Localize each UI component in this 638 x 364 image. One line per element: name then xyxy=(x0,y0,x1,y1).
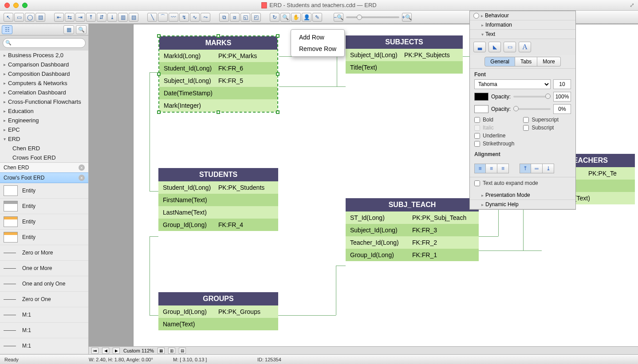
line-tool[interactable]: ╲ xyxy=(147,13,157,22)
valign-top-button[interactable]: ⤒ xyxy=(520,164,531,173)
rp-tab-general[interactable]: General xyxy=(484,57,515,67)
font-icon[interactable]: A xyxy=(519,42,531,52)
user-tool[interactable]: 👤 xyxy=(302,13,311,22)
text-tool[interactable]: ▤ xyxy=(35,13,45,22)
ctx-add-row[interactable]: Add Row xyxy=(291,31,344,43)
stencil-item[interactable]: One or More xyxy=(0,261,88,276)
tree-item[interactable]: ▸Composition Dashboard xyxy=(0,69,88,78)
sidebar-tab-search[interactable]: 🔍 xyxy=(76,25,87,34)
sidebar-tab-tree[interactable]: ☷ xyxy=(2,25,12,34)
zoom-window-button[interactable] xyxy=(22,3,28,8)
tree-child[interactable]: Chen ERD xyxy=(0,144,88,153)
check-subscript[interactable]: Subscript xyxy=(523,125,559,131)
align-left-tool[interactable]: ⇤ xyxy=(54,13,64,22)
rp-section-dynamic[interactable]: ▸Dynamic Help xyxy=(470,200,575,209)
distribute-h-tool[interactable]: ▥ xyxy=(118,13,128,22)
stencil-item[interactable]: M:1 xyxy=(0,323,88,338)
font-size-input[interactable] xyxy=(553,79,571,89)
close-icon[interactable]: × xyxy=(79,175,85,181)
color-swatch-black[interactable] xyxy=(474,93,488,101)
view-mode-icon[interactable]: ▦ xyxy=(158,348,165,354)
rotate-tool[interactable]: ↻ xyxy=(270,13,280,22)
underline-color-icon[interactable]: ▃ xyxy=(473,42,486,52)
tree-item[interactable]: ▸Engineering xyxy=(0,116,88,125)
stencil-item[interactable]: M:1 xyxy=(0,338,88,354)
page-next-icon[interactable]: ▶ xyxy=(113,348,120,354)
stencil-item[interactable]: Entity xyxy=(0,183,88,199)
back-tool[interactable]: ◰ xyxy=(251,13,261,22)
rp-tab-more[interactable]: More xyxy=(537,57,560,67)
zoom-tool[interactable]: 🔍 xyxy=(280,13,290,22)
opacity-slider[interactable] xyxy=(513,108,551,110)
align-center-tool[interactable]: ⇆ xyxy=(65,13,75,22)
tree-item[interactable]: ▸EPC xyxy=(0,125,88,134)
valign-mid-button[interactable]: ═ xyxy=(531,164,543,173)
erd-table-students[interactable]: STUDENTS Student_Id(Long)PK:PK_Students … xyxy=(158,168,278,231)
tree-item-erd[interactable]: ▾ERD xyxy=(0,134,88,144)
spline-tool[interactable]: ∿ xyxy=(190,13,200,22)
stencil-item[interactable]: Entity xyxy=(0,199,88,214)
rp-section-information[interactable]: ▸Information xyxy=(470,20,575,30)
zoom-in-icon[interactable]: +🔍 xyxy=(402,13,412,22)
tree-child[interactable]: Crows Foot ERD xyxy=(0,153,88,162)
opacity-value[interactable] xyxy=(553,104,571,114)
check-strike[interactable]: Strikethrough xyxy=(474,141,514,147)
sidebar-tab-grid[interactable]: ▦ xyxy=(63,25,74,34)
stencil-item[interactable]: Entity xyxy=(0,230,88,245)
border-icon[interactable]: ▭ xyxy=(504,42,516,52)
color-swatch-white[interactable] xyxy=(474,105,488,113)
minimize-window-button[interactable] xyxy=(13,3,19,8)
rp-section-presentation[interactable]: ▸Presentation Mode xyxy=(470,191,575,200)
zoom-out-icon[interactable]: −🔍 xyxy=(334,13,343,22)
align-middle-tool[interactable]: ⇵ xyxy=(97,13,106,22)
highlight-icon[interactable]: ◣ xyxy=(488,42,501,52)
stencil-item[interactable]: M:1 xyxy=(0,307,88,323)
stencil-item[interactable]: Zero or One xyxy=(0,292,88,307)
erd-table-marks[interactable]: MARKS MarkId(Long)PK:PK_Marks Student_Id… xyxy=(158,35,278,113)
valign-bot-button[interactable]: ⤓ xyxy=(543,164,554,173)
sidebar-search-input[interactable] xyxy=(3,38,86,48)
tree-item[interactable]: ▸Computers & Networks xyxy=(0,78,88,88)
group-tool[interactable]: ⧉ xyxy=(219,13,229,22)
check-bold[interactable]: Bold xyxy=(474,117,514,123)
fullscreen-icon[interactable]: ⤢ xyxy=(630,2,634,8)
erd-table-subjteach[interactable]: SUBJ_TEACH ST_Id(Long)PK:PK_Subj_Teach S… xyxy=(346,198,479,261)
align-top-tool[interactable]: ⤒ xyxy=(86,13,96,22)
view-mode-icon[interactable]: ▥ xyxy=(168,348,175,354)
ellipse-tool[interactable]: ◯ xyxy=(25,13,35,22)
tree-item[interactable]: ▸Correlation Dashboard xyxy=(0,88,88,97)
pointer-tool[interactable]: ↖ xyxy=(4,13,13,22)
check-auto-expand[interactable]: Text auto expand mode xyxy=(474,180,571,186)
opacity-value[interactable] xyxy=(553,92,571,102)
erd-table-groups[interactable]: GROUPS Group_Id(Long)PK:PK_Groups Name(T… xyxy=(158,292,278,330)
tree-item[interactable]: ▸Education xyxy=(0,106,88,116)
rp-section-behaviour[interactable]: ▸Behaviour xyxy=(470,11,575,20)
pan-tool[interactable]: ✋ xyxy=(291,13,301,22)
page-first-icon[interactable]: ⏮ xyxy=(91,348,98,354)
tree-item[interactable]: ▸Cross-Functional Flowcharts xyxy=(0,97,88,106)
curve-tool[interactable]: 〰 xyxy=(169,13,178,22)
close-icon[interactable]: × xyxy=(79,164,85,171)
tree-item[interactable]: ▸Business Process 2,0 xyxy=(0,51,88,60)
align-left-button[interactable]: ≡ xyxy=(474,164,486,173)
close-window-button[interactable] xyxy=(4,3,10,8)
align-right-tool[interactable]: ⇥ xyxy=(75,13,85,22)
ctx-remove-row[interactable]: Remove Row xyxy=(291,43,344,55)
erd-table-subjects[interactable]: SUBJECTS Subject_Id(Long)PK:PK_Subjects … xyxy=(346,35,463,74)
align-right-button[interactable]: ≡ xyxy=(497,164,509,173)
ungroup-tool[interactable]: ⧈ xyxy=(230,13,240,22)
check-underline[interactable]: Underline xyxy=(474,133,514,139)
connector-tool[interactable]: ↯ xyxy=(179,13,189,22)
arc-tool[interactable]: ⌒ xyxy=(158,13,168,22)
stencil-item[interactable]: Zero or More xyxy=(0,245,88,261)
distribute-v-tool[interactable]: ▤ xyxy=(129,13,138,22)
open-tab-crowsfoot[interactable]: Crow's Foot ERD× xyxy=(0,172,88,183)
rect-tool[interactable]: ▭ xyxy=(14,13,24,22)
rp-section-text[interactable]: ▾Text xyxy=(470,30,575,39)
edit-tool[interactable]: ✎ xyxy=(312,13,322,22)
page-prev-icon[interactable]: ◀ xyxy=(102,348,109,354)
view-mode-icon[interactable]: ▤ xyxy=(179,348,186,354)
check-superscript[interactable]: Superscript xyxy=(523,117,559,123)
font-family-select[interactable]: Tahoma xyxy=(474,79,551,89)
radio-icon[interactable] xyxy=(473,13,479,19)
